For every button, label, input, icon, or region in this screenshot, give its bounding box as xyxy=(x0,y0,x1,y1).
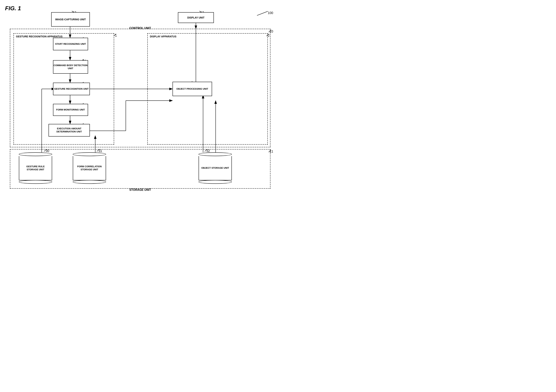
svg-line-23 xyxy=(267,34,269,36)
diagram-container: FIG. 1 100 12 IMAGE-CAPTURING UNIT 13 DI… xyxy=(0,0,278,196)
control-unit-label: CONTROL UNIT xyxy=(129,27,151,30)
svg-line-22 xyxy=(114,34,116,36)
svg-line-21 xyxy=(269,30,271,32)
svg-line-30 xyxy=(269,150,271,152)
svg-line-31 xyxy=(44,149,47,151)
display-apparatus-label: DISPLAY APPARATUS xyxy=(150,35,177,38)
svg-line-33 xyxy=(205,149,207,151)
svg-line-18 xyxy=(257,11,268,15)
command-body-detection-unit-box: COMMAND BODY DETECTION UNIT xyxy=(53,60,88,74)
object-processing-unit-box: OBJECT PROCESSING UNIT xyxy=(172,82,212,96)
gesture-rule-storage-cylinder: GESTURE RULE STORAGE UNIT xyxy=(19,152,52,184)
svg-line-32 xyxy=(97,149,100,151)
gesture-apparatus-label: GESTURE RECOGNITION APPARATUS xyxy=(16,35,62,38)
form-correlation-storage-cylinder: FORM CORRELATION STORAGE UNIT xyxy=(73,152,106,184)
gesture-recognition-unit-box: GESTURE RECOGNITION UNIT xyxy=(53,83,90,95)
display-unit-box: DISPLAY UNIT xyxy=(178,12,214,23)
execution-amount-unit-box: EXECUTION AMOUNT DETERMINATION UNIT xyxy=(48,124,90,137)
form-monitoring-unit-box: FORM MONITORING UNIT xyxy=(53,104,88,116)
image-capturing-unit-box: IMAGE-CAPTURING UNIT xyxy=(51,12,90,27)
object-storage-cylinder: OBJECT STORAGE UNIT xyxy=(199,152,232,184)
figure-label: FIG. 1 xyxy=(5,5,21,12)
start-recognizing-unit-box: START RECOGNIZING UNIT xyxy=(53,38,88,50)
storage-unit-label: STORAGE UNIT xyxy=(129,188,151,192)
